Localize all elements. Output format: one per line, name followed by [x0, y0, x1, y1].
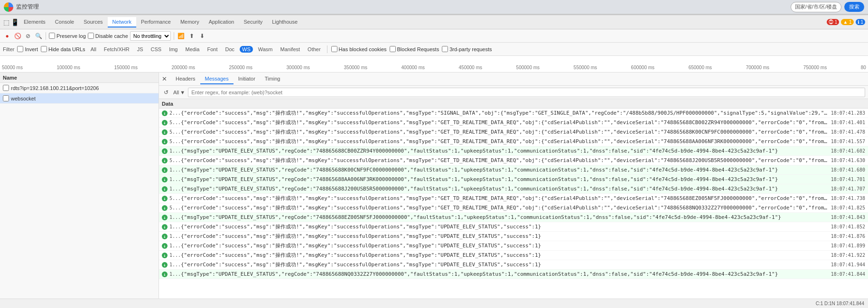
filter-type-all[interactable]: All — [88, 46, 99, 53]
devtools-inspect-icon[interactable]: ⬚ — [2, 18, 10, 27]
filter-type-xhr[interactable]: Fetch/XHR — [102, 46, 132, 53]
detail-tab-timing[interactable]: Timing — [260, 74, 285, 84]
data-row-time: 18:07:41.738 — [827, 196, 865, 201]
data-row[interactable]: ↓1...{"msgType":"UPDATE_ELEV_STATUS","re… — [159, 175, 868, 184]
data-row-length: 1... — [169, 243, 179, 248]
status-bar: C:1 D:1N 18:07:41.844 — [0, 299, 868, 308]
hide-data-urls-checkbox[interactable]: Hide data URLs — [41, 46, 85, 52]
filter-type-font[interactable]: Font — [205, 46, 220, 53]
invert-input[interactable] — [17, 46, 23, 52]
data-row[interactable]: ↓1...{"msgType":"UPDATE_ELEV_STATUS","re… — [159, 146, 868, 156]
data-row[interactable]: ↓1...{"errorCode":"success","msg":"操作成功!… — [159, 222, 868, 232]
clear-button[interactable]: 🚫 — [13, 32, 22, 40]
tab-application[interactable]: Application — [204, 17, 239, 27]
filter-type-doc[interactable]: Doc — [223, 46, 237, 53]
tab-console[interactable]: Console — [50, 17, 79, 27]
error-badge: ⓵ 1 — [827, 19, 839, 25]
received-indicator: ↓ — [162, 253, 168, 258]
data-row-content: {"msgType":"UPDATE_ELEV_STATUS","regCode… — [181, 271, 827, 277]
data-row[interactable]: ↓1...{"errorCode":"success","msg":"操作成功!… — [159, 260, 868, 270]
received-indicator: ↓ — [162, 272, 168, 277]
data-row-time: 18:07:41.922 — [827, 253, 865, 258]
preserve-log-input[interactable] — [49, 33, 55, 39]
detail-tab-headers[interactable]: Headers — [171, 74, 200, 84]
invert-label: Invert — [25, 46, 38, 52]
filter-all-btn[interactable]: All ▼ — [173, 90, 185, 95]
data-row[interactable]: ↓1...{"msgType":"UPDATE_ELEV_STATUS","re… — [159, 184, 868, 194]
data-row[interactable]: ↓1...{"msgType":"UPDATE_ELEV_STATUS","re… — [159, 213, 868, 222]
data-row[interactable]: ↓5...{"errorCode":"success","msg":"操作成功!… — [159, 194, 868, 203]
detail-close-icon[interactable]: ✕ — [162, 75, 167, 82]
tab-network[interactable]: Network — [108, 17, 136, 27]
data-row[interactable]: ↓5...{"errorCode":"success","msg":"操作成功!… — [159, 156, 868, 165]
hide-data-urls-input[interactable] — [41, 46, 47, 52]
throttling-select[interactable]: No throttling Fast 3G Slow 3G Offline — [130, 31, 171, 41]
timeline-label-300k: 300000 ms — [287, 65, 310, 70]
data-row[interactable]: ↓1...{"msgType":"UPDATE_ELEV_STATUS","re… — [159, 270, 868, 279]
blocked-requests-checkbox[interactable]: Blocked Requests — [390, 46, 439, 52]
data-row[interactable]: ↓5...{"errorCode":"success","msg":"操作成功!… — [159, 203, 868, 213]
tab-elements[interactable]: Elements — [19, 17, 50, 27]
data-row-time: 18:07:41.844 — [827, 272, 865, 277]
data-row[interactable]: ↓1...{"errorCode":"success","msg":"操作成功!… — [159, 241, 868, 251]
messages-filter-input[interactable] — [188, 88, 865, 97]
data-row[interactable]: ↓1...{"msgType":"UPDATE_ELEV_STATUS","re… — [159, 165, 868, 175]
filter-type-wasm[interactable]: Wasm — [256, 46, 275, 53]
has-blocked-cookies-input[interactable] — [331, 46, 337, 52]
detail-tab-messages[interactable]: Messages — [200, 74, 233, 84]
data-row-time: 18:07:41.680 — [827, 167, 865, 172]
filter-type-media[interactable]: Media — [183, 46, 202, 53]
disable-cache-checkbox[interactable]: Disable cache — [88, 33, 128, 39]
messages-filter-bar: ↺ All ▼ — [159, 86, 868, 99]
third-party-input[interactable] — [442, 46, 448, 52]
record-button[interactable]: ● — [3, 32, 11, 40]
devtools-mobile-icon[interactable]: 📱 — [10, 18, 19, 27]
filter-icon[interactable]: ⊘ — [24, 32, 32, 40]
filter-type-ws[interactable]: WS — [240, 46, 253, 53]
data-row-content: {"msgType":"UPDATE_ELEV_STATUS","regCode… — [181, 176, 827, 182]
filter-type-img[interactable]: Img — [167, 46, 180, 53]
data-row-length: 1... — [169, 224, 179, 229]
data-row-content: {"msgType":"UPDATE_ELEV_STATUS","regCode… — [181, 148, 827, 154]
search-button[interactable]: 搜索 — [844, 2, 864, 12]
data-section: Data ↓2...{"errorCode":"success","msg":"… — [159, 99, 868, 299]
tab-memory[interactable]: Memory — [176, 17, 204, 27]
refresh-icon[interactable]: ↺ — [162, 88, 170, 97]
export-icon[interactable]: ⬇ — [198, 32, 206, 40]
timeline-labels: 50000 ms 100000 ms 150000 ms 200000 ms 2… — [0, 65, 868, 72]
import-icon[interactable]: ⬆ — [187, 32, 196, 40]
url-bar[interactable]: 国家/省/市/区/楼盘 — [791, 2, 841, 12]
data-row[interactable]: ↓2...{"errorCode":"success","msg":"操作成功!… — [159, 109, 868, 118]
data-row[interactable]: ↓5...{"errorCode":"success","msg":"操作成功!… — [159, 137, 868, 146]
invert-checkbox[interactable]: Invert — [17, 46, 38, 52]
toolbar-separator-2 — [174, 32, 174, 40]
data-row[interactable]: ↓5...{"errorCode":"success","msg":"操作成功!… — [159, 127, 868, 137]
data-row[interactable]: ↓1...{"errorCode":"success","msg":"操作成功!… — [159, 251, 868, 260]
data-row-content: {"errorCode":"success","msg":"操作成功!","ms… — [181, 109, 827, 117]
preserve-log-checkbox[interactable]: Preserve log — [49, 33, 86, 39]
disable-cache-input[interactable] — [88, 33, 94, 39]
request-rdts-checkbox[interactable] — [3, 85, 9, 91]
tab-sources[interactable]: Sources — [79, 17, 107, 27]
data-row[interactable]: ↓5...{"errorCode":"success","msg":"操作成功!… — [159, 118, 868, 127]
data-section-header: Data — [159, 99, 868, 109]
request-item-websocket[interactable]: websocket — [0, 93, 159, 104]
request-item-rdts[interactable]: rdts?ip=192.168.100.211&port=10206 — [0, 83, 159, 93]
data-row[interactable]: ↓1...{"errorCode":"success","msg":"操作成功!… — [159, 232, 868, 241]
has-blocked-cookies-checkbox[interactable]: Has blocked cookies — [331, 46, 387, 52]
data-row-length: 5... — [169, 158, 179, 163]
filter-type-css[interactable]: CSS — [149, 46, 164, 53]
tab-performance[interactable]: Performance — [136, 17, 176, 27]
data-row-length: 1... — [169, 234, 179, 239]
filter-type-other[interactable]: Other — [305, 46, 323, 53]
search-icon[interactable]: 🔍 — [34, 32, 43, 40]
third-party-checkbox[interactable]: 3rd-party requests — [442, 46, 492, 52]
wifi-icon[interactable]: 📶 — [177, 32, 186, 40]
filter-type-js[interactable]: JS — [135, 46, 146, 53]
tab-security[interactable]: Security — [239, 17, 267, 27]
filter-type-manifest[interactable]: Manifest — [278, 46, 303, 53]
detail-tab-initiator[interactable]: Initiator — [233, 74, 260, 84]
request-websocket-checkbox[interactable] — [3, 95, 9, 101]
tab-lighthouse[interactable]: Lighthouse — [267, 17, 302, 27]
blocked-requests-input[interactable] — [390, 46, 396, 52]
